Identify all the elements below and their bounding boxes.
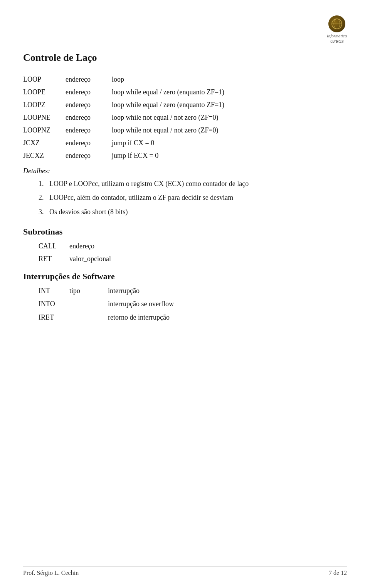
table-row: LOOPZ endereço loop while equal / zero (… [23,100,347,110]
cmd-jcxz: JCXZ [23,138,66,148]
list-item: INT tipo interrupção [39,285,347,297]
details-label: Detalhes: [23,167,347,175]
int-desc-iret: retorno de interrupção [108,312,347,323]
addr-loope: endereço [66,87,112,97]
desc-loopne: loop while not equal / not zero (ZF=0) [112,112,347,123]
desc-loopz: loop while equal / zero (enquanto ZF=1) [112,100,347,110]
cmd-loopnz: LOOPNZ [23,125,66,136]
logo-text: Informática UFRGS [327,33,347,44]
int-cmd-into: INTO [39,298,69,310]
int-cmd-iret: IRET [39,312,69,323]
cmd-loope: LOOPE [23,87,66,97]
desc-loopnz: loop while not equal / not zero (ZF=0) [112,125,347,136]
addr-loopne: endereço [66,112,112,123]
addr-loopz: endereço [66,100,112,110]
table-row: JCXZ endereço jump if CX = 0 [23,138,347,148]
sub-desc-ret: valor_opcional [69,253,111,265]
sub-cmd-call: CALL [39,241,69,252]
detail-num-2: 2. [39,192,49,203]
list-item: 2. LOOPcc, além do contador, utilizam o … [39,192,347,203]
list-item: INTO interrupção se overflow [39,298,347,310]
addr-jecxz: endereço [66,151,112,161]
detail-text-2: LOOPcc, além do contador, utilizam o ZF … [49,192,347,203]
interruptions-table: INT tipo interrupção INTO interrupção se… [39,285,347,323]
instructions-table: LOOP endereço loop LOOPE endereço loop w… [23,74,347,161]
list-item: 1. LOOP e LOOPcc, utilizam o registro CX… [39,178,347,189]
list-item: CALL endereço [39,241,347,252]
desc-jecxz: jump if ECX = 0 [112,151,347,161]
page-footer: Prof. Sérgio L. Cechin 7 de 12 [23,566,347,576]
table-row: LOOPE endereço loop while equal / zero (… [23,87,347,97]
table-row: JECXZ endereço jump if ECX = 0 [23,151,347,161]
list-item: IRET retorno de interrupção [39,312,347,323]
table-row: LOOPNZ endereço loop while not equal / n… [23,125,347,136]
table-row: LOOP endereço loop [23,74,347,85]
details-list: 1. LOOP e LOOPcc, utilizam o registro CX… [39,178,347,218]
cmd-loopz: LOOPZ [23,100,66,110]
sub-cmd-ret: RET [39,253,69,265]
logo-area: Informática UFRGS [327,15,347,44]
footer-page: 7 de 12 [329,570,347,576]
subroutines-table: CALL endereço RET valor_opcional [39,241,347,265]
logo-icon [328,15,345,32]
addr-loopnz: endereço [66,125,112,136]
int-desc-into: interrupção se overflow [108,298,347,310]
list-item: RET valor_opcional [39,253,347,265]
int-addr-int: tipo [69,285,108,297]
desc-loop: loop [112,74,347,85]
cmd-loop: LOOP [23,74,66,85]
detail-text-1: LOOP e LOOPcc, utilizam o registro CX (E… [49,178,347,189]
page-title: Controle de Laço [23,52,347,64]
detail-text-3: Os desvios são short (8 bits) [49,206,347,218]
addr-jcxz: endereço [66,138,112,148]
int-cmd-int: INT [39,285,69,297]
sub-desc-call: endereço [69,241,94,252]
cmd-loopne: LOOPNE [23,112,66,123]
detail-num-1: 1. [39,178,49,189]
desc-jcxz: jump if CX = 0 [112,138,347,148]
table-row: LOOPNE endereço loop while not equal / n… [23,112,347,123]
addr-loop: endereço [66,74,112,85]
subroutines-heading: Subrotinas [23,227,347,237]
list-item: 3. Os desvios são short (8 bits) [39,206,347,218]
int-desc-int: interrupção [108,285,347,297]
interruptions-heading: Interrupções de Software [23,271,347,281]
desc-loope: loop while equal / zero (enquanto ZF=1) [112,87,347,97]
footer-author: Prof. Sérgio L. Cechin [23,570,79,576]
cmd-jecxz: JECXZ [23,151,66,161]
page-header: Informática UFRGS [23,15,347,44]
detail-num-3: 3. [39,206,49,218]
